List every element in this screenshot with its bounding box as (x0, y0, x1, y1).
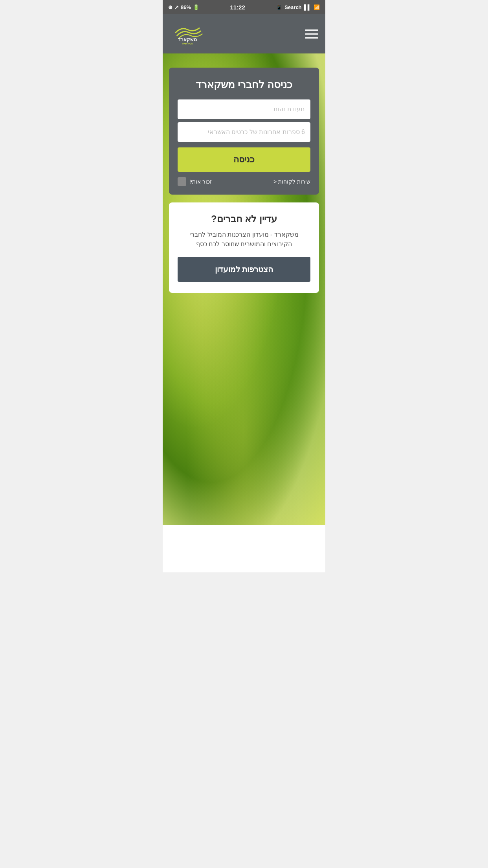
join-description: משקארד - מועדון הצרכנות המוביל לחברי הקי… (178, 230, 310, 249)
join-title: עדיין לא חברים? (178, 213, 310, 224)
arrow-icon: ↗ (174, 4, 179, 10)
remember-label: זכור אותי! (189, 178, 212, 185)
hamburger-line-3 (305, 37, 318, 39)
login-button[interactable]: כניסה (178, 147, 310, 172)
status-bar: 📱 Search ▌▌ 📶 11:22 ⊕ ↗ 86% 🔋 (163, 0, 325, 14)
remember-checkbox[interactable] (178, 177, 186, 186)
battery-percent: 86% (181, 4, 191, 10)
header: משקארד מועדון חברים (163, 14, 325, 53)
carrier-icon: 📱 (276, 4, 282, 10)
id-input[interactable] (178, 99, 310, 119)
status-right: ⊕ ↗ 86% 🔋 (168, 4, 199, 10)
status-time: 11:22 (230, 4, 245, 11)
hamburger-line-2 (305, 33, 318, 35)
svg-text:משקארד: משקארד (178, 37, 197, 42)
main-background: כניסה לחברי משקארד כניסה שירות לקוחות < … (163, 53, 325, 525)
battery-icon: 🔋 (193, 4, 199, 10)
svg-text:מועדון חברים: מועדון חברים (182, 42, 193, 44)
hamburger-menu[interactable] (305, 29, 318, 39)
login-title: כניסה לחברי משקארד (178, 79, 310, 91)
wifi-icon: 📶 (314, 4, 320, 10)
service-link[interactable]: שירות לקוחות < (273, 178, 310, 185)
login-card: כניסה לחברי משקארד כניסה שירות לקוחות < … (169, 68, 319, 195)
hamburger-line-1 (305, 29, 318, 31)
login-footer: שירות לקוחות < זכור אותי! (178, 177, 310, 186)
card-number-input[interactable] (178, 122, 310, 142)
join-card: עדיין לא חברים? משקארד - מועדון הצרכנות … (169, 202, 319, 293)
carrier-name: Search (284, 4, 301, 10)
signal-icon: ▌▌ (304, 4, 311, 10)
bottom-white-area (163, 525, 325, 572)
join-button[interactable]: הצטרפות למועדון (178, 257, 310, 282)
location-icon: ⊕ (168, 4, 172, 10)
logo-container: משקארד מועדון חברים (170, 23, 205, 45)
status-left: 📱 Search ▌▌ 📶 (276, 4, 320, 10)
logo-svg: משקארד מועדון חברים (170, 23, 205, 45)
remember-me-container: זכור אותי! (178, 177, 212, 186)
